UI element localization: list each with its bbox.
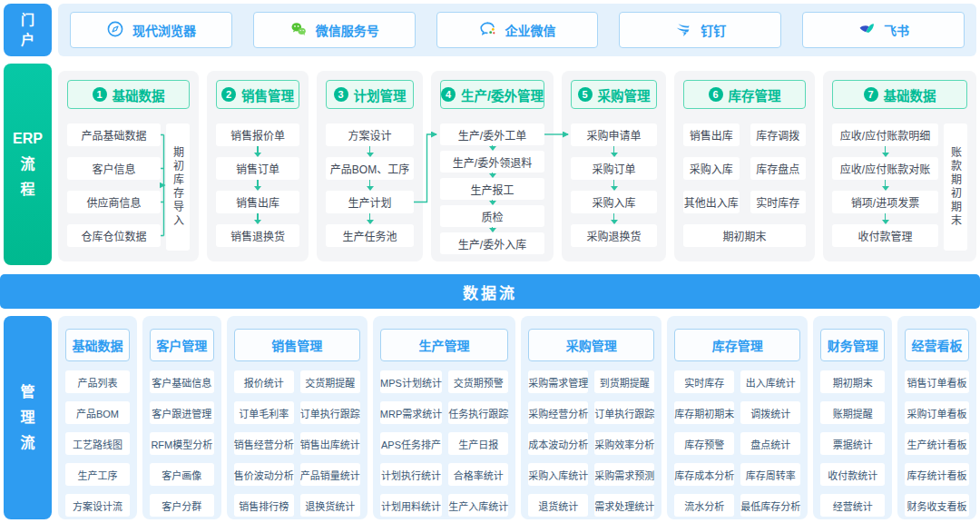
mgmt-item: 经营统计 bbox=[820, 494, 885, 517]
mgmt-item: 计划用料统计 bbox=[380, 494, 442, 517]
erp-panel-title: 基础数据 bbox=[113, 85, 165, 104]
mgmt-item: 采购效率分析 bbox=[594, 432, 654, 455]
flow-arrow-down-icon bbox=[571, 146, 657, 157]
group-columns: 销售订单看板采购订单看板生产统计看板库存统计看板财务收支看板 bbox=[905, 370, 969, 517]
mgmt-item: 采购订单看板 bbox=[905, 401, 969, 424]
erp-panel-title: 生产/委外管理 bbox=[461, 85, 544, 104]
mgmt-group-header: 客户管理 bbox=[150, 329, 214, 361]
mgmt-item-list: 出入库统计调拨统计盘点统计库存周转率最低库存分析 bbox=[740, 370, 800, 517]
mgmt-item: 最低库存分析 bbox=[740, 494, 800, 517]
mgmt-item: 出入库统计 bbox=[740, 370, 800, 393]
erp-flow-section: ERP 流 程 1 基础数据 产品基础数据客户信息供应商信息仓库仓位数据 期初库… bbox=[0, 64, 980, 265]
mgmt-item: 交货期提醒 bbox=[300, 370, 360, 393]
flow-step-box: 销售出库 bbox=[216, 191, 299, 213]
group-columns: 实时库存库存期初期末库存预警库存成本分析流水分析 出入库统计调拨统计盘点统计库存… bbox=[674, 370, 800, 517]
erp-panel-basic-data: 1 基础数据 产品基础数据客户信息供应商信息仓库仓位数据 期初库存导入 bbox=[58, 71, 199, 262]
flow-arrow-down-icon bbox=[326, 146, 414, 157]
mgmt-group-basic-data: 基础数据 产品列表产品BOM工艺路线图生产工序方案设计流 bbox=[58, 316, 137, 519]
management-groups: 基础数据 产品列表产品BOM工艺路线图生产工序方案设计流 客户管理 客户基础信息… bbox=[58, 316, 976, 519]
mgmt-item: 产品列表 bbox=[65, 370, 130, 393]
mgmt-item: MRP需求统计 bbox=[380, 401, 442, 424]
flow-steps-list: 采购申请单采购订单采购入库采购退换货 bbox=[571, 123, 657, 247]
mgmt-item: 流水分析 bbox=[674, 494, 734, 517]
erp-panel-header: 5 采购管理 bbox=[571, 80, 657, 109]
portal-section: 门 户 现代浏览器 微信服务号 企业微信 钉钉 飞书 bbox=[4, 4, 976, 56]
mgmt-item: APS任务排产 bbox=[380, 432, 442, 455]
mgmt-item: 采购经营分析 bbox=[528, 401, 588, 424]
flow-step-box: 采购订单 bbox=[571, 157, 657, 180]
portal-app-dingtalk: 钉钉 bbox=[619, 12, 781, 48]
flow-step-box: 销售报价单 bbox=[216, 123, 299, 146]
flow-arrow-down-icon bbox=[216, 146, 299, 157]
flow-step-box: 销售出库 bbox=[683, 123, 740, 146]
flow-steps-list: 销售报价单销售订单销售出库销售退换货 bbox=[216, 123, 299, 247]
mgmt-item: 退货统计 bbox=[528, 494, 588, 517]
mgmt-group-header: 经营看板 bbox=[905, 329, 969, 361]
mgmt-item: 生产入库统计 bbox=[448, 494, 508, 517]
step-number-badge: 6 bbox=[709, 87, 723, 102]
flow-step-box: 采购入库 bbox=[683, 157, 740, 180]
flow-arrow-down-icon bbox=[832, 180, 938, 191]
step-number-badge: 1 bbox=[93, 87, 107, 102]
erp-panel-inventory: 6 库存管理 销售出库库存调拨采购入库库存盘点其他出入库实时库存 期初期末 bbox=[674, 71, 815, 262]
mgmt-item: 库存周转率 bbox=[740, 463, 800, 486]
erp-architecture-page: 门 户 现代浏览器 微信服务号 企业微信 钉钉 飞书 bbox=[0, 0, 980, 523]
group-columns: MPS计划统计MRP需求统计APS任务排产计划执行统计计划用料统计 交货期预警任… bbox=[380, 370, 508, 517]
mgmt-group-header: 库存管理 bbox=[674, 329, 800, 361]
flow-arrow-down-icon bbox=[832, 213, 938, 224]
mgmt-group-finance: 财务管理 期初期末账期提醒票据统计收付款统计经营统计 bbox=[813, 316, 892, 519]
erp-panel-title: 基础数据 bbox=[884, 85, 936, 104]
erp-panel-title: 采购管理 bbox=[598, 85, 651, 104]
mgmt-item: 期初期末 bbox=[820, 370, 885, 393]
mgmt-item: 到货期提醒 bbox=[594, 370, 654, 393]
mgmt-group-sales: 销售管理 报价统计订单毛利率销售经营分析售价波动分析销售排行榜 交货期提醒订单执… bbox=[227, 316, 368, 519]
inventory-grid: 销售出库库存调拨采购入库库存盘点其他出入库实时库存 bbox=[683, 123, 806, 213]
flow-arrow-down-icon bbox=[216, 213, 299, 224]
flow-arrow-down-icon bbox=[571, 180, 657, 191]
mgmt-group-header: 生产管理 bbox=[380, 329, 508, 361]
mgmt-group-header: 财务管理 bbox=[820, 329, 885, 361]
flow-step-box: 销项/进项发票 bbox=[832, 191, 938, 213]
group-columns: 客户基础信息客户跟进管理RFM模型分析客户画像客户分群 bbox=[150, 370, 214, 517]
step-number-badge: 5 bbox=[578, 87, 593, 102]
flow-steps-list: 产品基础数据客户信息供应商信息仓库仓位数据 bbox=[67, 123, 161, 251]
mgmt-item: 合格率统计 bbox=[448, 463, 508, 486]
flow-step-box: 销售订单 bbox=[216, 157, 299, 180]
mgmt-item: 盘点统计 bbox=[740, 432, 800, 455]
mgmt-item: 退换货统计 bbox=[300, 494, 360, 517]
flow-step-box: 库存调拨 bbox=[750, 123, 807, 146]
flow-step-box: 应收/应付账款对账 bbox=[832, 157, 938, 180]
step-number-badge: 3 bbox=[334, 87, 348, 102]
mgmt-group-customer: 客户管理 客户基础信息客户跟进管理RFM模型分析客户画像客户分群 bbox=[142, 316, 221, 519]
flow-step-box: 生产/委外工单 bbox=[440, 123, 544, 145]
step-number-badge: 2 bbox=[221, 87, 236, 102]
mgmt-item-list: 实时库存库存期初期末库存预警库存成本分析流水分析 bbox=[674, 370, 734, 517]
erp-panel-header: 3 计划管理 bbox=[326, 80, 414, 109]
mgmt-item-list: 产品列表产品BOM工艺路线图生产工序方案设计流 bbox=[65, 370, 130, 517]
flow-step-box: 其他出入库 bbox=[683, 191, 740, 213]
flow-step-box: 期初期末 bbox=[683, 224, 806, 247]
flow-step-box: 生产任务池 bbox=[326, 224, 414, 247]
mgmt-item: 订单执行跟踪 bbox=[594, 401, 654, 424]
mgmt-item: 采购入库统计 bbox=[528, 463, 588, 486]
mgmt-item: 报价统计 bbox=[234, 370, 294, 393]
mgmt-item: 客户基础信息 bbox=[150, 370, 214, 393]
mgmt-item-list: 交货期提醒订单执行跟踪销售出库统计产品销量统计退换货统计 bbox=[300, 370, 360, 517]
mgmt-item-list: 采购需求管理采购经营分析成本波动分析采购入库统计退货统计 bbox=[528, 370, 588, 517]
mgmt-item: 售价波动分析 bbox=[234, 463, 294, 486]
browser-compass-icon bbox=[106, 20, 124, 41]
mgmt-group-header: 采购管理 bbox=[528, 329, 654, 361]
erp-panel-header: 7 基础数据 bbox=[832, 80, 967, 109]
mgmt-item: 工艺路线图 bbox=[65, 432, 130, 455]
flow-steps-list: 应收/应付账款明细应收/应付账款对账销项/进项发票收付款管理 bbox=[832, 123, 938, 251]
mgmt-item: 销售经营分析 bbox=[234, 432, 294, 455]
erp-panel-header: 1 基础数据 bbox=[67, 80, 190, 109]
management-flow-label: 管 理 流 bbox=[4, 316, 52, 519]
mgmt-item: 交货期预警 bbox=[448, 370, 508, 393]
mgmt-item-list: 客户基础信息客户跟进管理RFM模型分析客户画像客户分群 bbox=[150, 370, 214, 517]
step-number-badge: 7 bbox=[864, 87, 878, 102]
mgmt-item: 生产日报 bbox=[448, 432, 508, 455]
mgmt-group-header: 销售管理 bbox=[234, 329, 360, 361]
mgmt-item: 任务执行跟踪 bbox=[448, 401, 508, 424]
initial-stock-import-tag: 期初库存导入 bbox=[166, 123, 190, 251]
